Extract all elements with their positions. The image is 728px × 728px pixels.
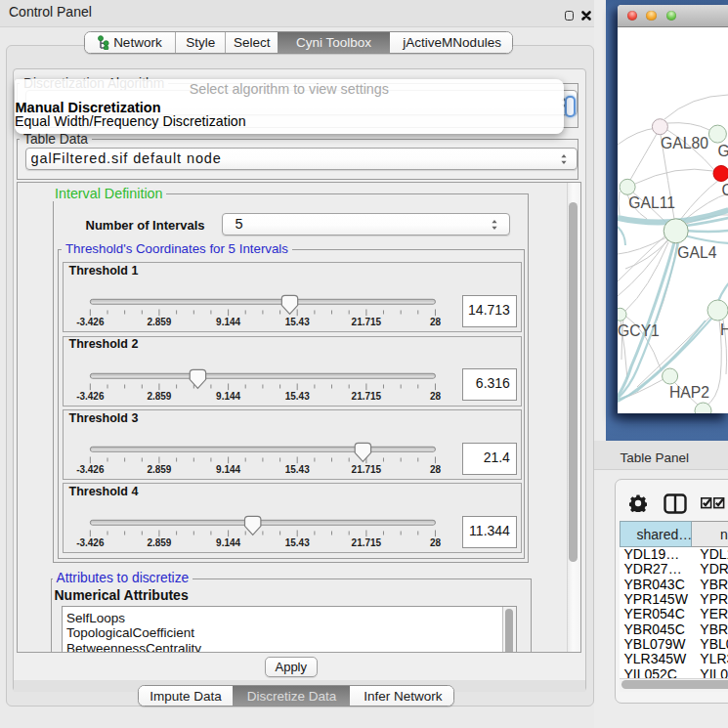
svg-text:-3.426: -3.426 xyxy=(76,464,105,475)
svg-text:GAL80: GAL80 xyxy=(661,135,708,151)
svg-text:28: 28 xyxy=(430,318,442,328)
svg-text:GAL4: GAL4 xyxy=(677,244,716,261)
svg-text:C: C xyxy=(721,182,728,198)
svg-text:28: 28 xyxy=(430,538,442,549)
svg-text:2.859: 2.859 xyxy=(147,464,171,475)
svg-text:15.43: 15.43 xyxy=(285,464,310,475)
svg-text:2.859: 2.859 xyxy=(147,318,171,328)
svg-text:HAP2: HAP2 xyxy=(668,384,708,401)
svg-text:15.43: 15.43 xyxy=(285,391,310,402)
svg-text:GCY1: GCY1 xyxy=(618,322,660,339)
svg-text:-3.426: -3.426 xyxy=(76,391,105,402)
svg-text:15.43: 15.43 xyxy=(285,318,310,328)
svg-text:9.144: 9.144 xyxy=(216,391,240,402)
svg-text:-3.426: -3.426 xyxy=(76,538,105,549)
svg-text:9.144: 9.144 xyxy=(216,464,240,475)
svg-text:9.144: 9.144 xyxy=(216,318,240,328)
svg-text:21.715: 21.715 xyxy=(352,391,382,402)
svg-text:GAL11: GAL11 xyxy=(628,194,675,211)
svg-text:9.144: 9.144 xyxy=(216,538,240,549)
svg-text:28: 28 xyxy=(430,464,442,475)
svg-text:-3.426: -3.426 xyxy=(76,318,105,328)
svg-text:21.715: 21.715 xyxy=(352,538,382,549)
svg-text:H: H xyxy=(720,321,728,338)
svg-text:2.859: 2.859 xyxy=(147,391,171,402)
svg-text:GA: GA xyxy=(717,143,728,159)
svg-text:28: 28 xyxy=(430,391,442,402)
svg-text:21.715: 21.715 xyxy=(352,318,382,328)
svg-text:2.859: 2.859 xyxy=(147,538,171,549)
svg-text:21.715: 21.715 xyxy=(352,464,382,475)
svg-text:15.43: 15.43 xyxy=(285,538,310,549)
